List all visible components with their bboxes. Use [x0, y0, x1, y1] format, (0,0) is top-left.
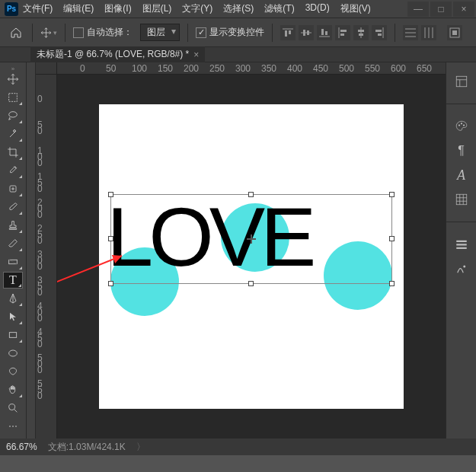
svg-rect-7: [321, 29, 324, 35]
maximize-button[interactable]: □: [430, 2, 452, 17]
svg-rect-1: [285, 30, 287, 37]
lasso-tool[interactable]: [3, 107, 23, 124]
magic-wand-tool[interactable]: [3, 126, 23, 142]
svg-rect-11: [340, 33, 344, 36]
align-top-icon[interactable]: [280, 25, 296, 40]
svg-point-36: [458, 124, 459, 126]
canvas-area[interactable]: LOVE: [57, 75, 446, 439]
svg-rect-33: [456, 76, 467, 87]
menu-view[interactable]: 视图(V): [340, 2, 371, 15]
swatches-panel-icon[interactable]: [453, 191, 470, 208]
custom-shape-tool[interactable]: [3, 363, 23, 380]
auto-select-checkbox[interactable]: 自动选择：: [73, 26, 133, 39]
zoom-tool[interactable]: [3, 400, 23, 416]
transform-handle[interactable]: [248, 281, 254, 286]
svg-rect-8: [325, 31, 327, 35]
menu-file[interactable]: 文件(F): [23, 2, 53, 15]
styles-panel-icon[interactable]: [453, 260, 470, 277]
gradient-tool[interactable]: [3, 254, 23, 270]
properties-panel-icon[interactable]: [453, 73, 470, 90]
svg-rect-39: [456, 194, 467, 205]
zoom-value[interactable]: 66.67%: [6, 442, 37, 452]
menu-3d[interactable]: 3D(D): [305, 2, 330, 15]
align-hcenter-icon[interactable]: [353, 25, 369, 40]
svg-rect-44: [456, 241, 467, 242]
svg-point-31: [9, 404, 15, 410]
transform-handle[interactable]: [108, 192, 113, 197]
3d-mode-icon[interactable]: [447, 25, 462, 40]
svg-point-38: [462, 124, 464, 126]
transform-handle[interactable]: [108, 236, 113, 241]
workspace: 050100150200250300350400450500550600650 …: [36, 62, 446, 439]
distribute2-icon[interactable]: [421, 25, 436, 40]
close-button[interactable]: ×: [453, 2, 474, 17]
color-panel-icon[interactable]: [453, 118, 470, 135]
canvas[interactable]: LOVE: [99, 104, 404, 409]
crop-tool[interactable]: [3, 144, 23, 161]
home-icon[interactable]: [8, 24, 24, 41]
path-select-tool[interactable]: [3, 308, 23, 325]
move-tool[interactable]: [3, 71, 23, 88]
type-tool[interactable]: T: [3, 272, 23, 289]
menu-image[interactable]: 图像(I): [104, 2, 131, 15]
transform-center-icon[interactable]: [247, 234, 256, 244]
toolbox: » T ⋯: [0, 62, 27, 439]
marquee-tool[interactable]: [3, 89, 23, 106]
show-transform-checkbox[interactable]: 显示变换控件: [196, 26, 264, 39]
doc-tab[interactable]: 未标题-1 @ 66.7% (LOVE, RGB/8#) * ×: [30, 46, 205, 62]
adjustments-panel-icon[interactable]: [453, 236, 470, 253]
menu-type[interactable]: 文字(Y): [182, 2, 212, 15]
align-left-icon[interactable]: [335, 25, 350, 40]
menu-filter[interactable]: 滤镜(T): [264, 2, 294, 15]
transform-handle[interactable]: [389, 281, 395, 286]
transform-handle[interactable]: [108, 281, 113, 286]
character-panel-icon[interactable]: ¶: [453, 142, 470, 159]
ellipse-tool[interactable]: [3, 345, 23, 362]
menu-layer[interactable]: 图层(L): [142, 2, 172, 15]
brush-tool[interactable]: [3, 199, 23, 215]
glyph-panel-icon[interactable]: A: [453, 167, 470, 183]
main-area: » T ⋯ 0501001502002503003504004505005506…: [0, 62, 476, 439]
status-chevron-icon[interactable]: 〉: [136, 441, 145, 454]
svg-rect-46: [456, 247, 467, 249]
minimize-button[interactable]: —: [407, 2, 429, 17]
eyedropper-tool[interactable]: [3, 162, 23, 179]
transform-handle[interactable]: [248, 192, 254, 197]
ruler-vertical: 05 01 0 01 5 02 0 02 5 03 0 03 5 04 0 04…: [36, 75, 57, 439]
stamp-tool[interactable]: [3, 217, 23, 234]
doc-size[interactable]: 文档:1.03M/424.1K: [48, 441, 126, 454]
svg-point-30: [9, 350, 18, 356]
move-icon[interactable]: ▾: [40, 24, 57, 41]
transform-handle[interactable]: [389, 236, 395, 241]
status-bar: 66.67% 文档:1.03M/424.1K 〉: [0, 439, 476, 455]
divider: [32, 24, 33, 42]
eraser-tool[interactable]: [3, 235, 23, 252]
divider: [187, 24, 188, 42]
align-bottom-icon[interactable]: [317, 25, 332, 40]
align-right-icon[interactable]: [372, 25, 387, 40]
svg-rect-29: [9, 333, 16, 338]
svg-rect-5: [307, 30, 309, 35]
auto-select-label: 自动选择：: [87, 26, 133, 39]
menu-select[interactable]: 选择(S): [223, 2, 254, 15]
app-logo: Ps: [5, 2, 18, 16]
distribute-icon[interactable]: [403, 25, 418, 40]
transform-handle[interactable]: [389, 192, 395, 197]
healing-tool[interactable]: [3, 180, 23, 197]
auto-select-target-dropdown[interactable]: 图层: [140, 24, 180, 41]
show-transform-label: 显示变换控件: [209, 26, 264, 39]
tab-close-icon[interactable]: ×: [193, 49, 199, 60]
collapse-strip[interactable]: [27, 62, 36, 439]
rectangle-tool[interactable]: [3, 327, 23, 343]
ruler-corner: [36, 62, 57, 75]
hand-tool[interactable]: [3, 381, 23, 398]
toolbox-collapse-icon[interactable]: »: [11, 65, 14, 70]
pen-tool[interactable]: [3, 290, 23, 307]
svg-rect-25: [452, 30, 457, 35]
options-bar: ▾ 自动选择： 图层 显示变换控件: [0, 18, 476, 47]
svg-rect-45: [456, 244, 467, 245]
align-vcenter-icon[interactable]: [299, 25, 314, 40]
edit-toolbar[interactable]: ⋯: [3, 418, 23, 435]
menu-edit[interactable]: 编辑(E): [63, 2, 94, 15]
transform-bounding-box[interactable]: [110, 194, 392, 284]
